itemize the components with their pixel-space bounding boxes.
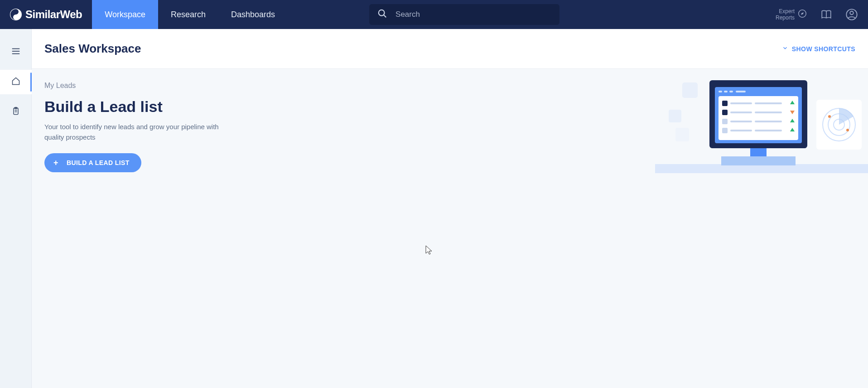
cta-label: BUILD A LEAD LIST	[67, 159, 130, 166]
svg-rect-39	[730, 130, 752, 131]
svg-marker-41	[790, 128, 795, 131]
build-lead-list-button[interactable]: + BUILD A LEAD LIST	[44, 153, 141, 172]
main-nav: Workspace Research Dashboards	[92, 0, 288, 29]
svg-rect-24	[736, 91, 746, 92]
svg-rect-23	[729, 91, 733, 92]
user-avatar-icon[interactable]	[845, 8, 858, 21]
show-shortcuts-button[interactable]: SHOW SHORTCUTS	[782, 45, 855, 53]
compass-icon	[797, 9, 807, 20]
plus-icon: +	[53, 159, 58, 167]
shortcuts-label: SHOW SHORTCUTS	[792, 45, 855, 53]
main-content: Sales Workspace SHOW SHORTCUTS My Leads …	[32, 29, 868, 388]
svg-point-49	[846, 129, 849, 131]
nav-tab-research[interactable]: Research	[158, 0, 218, 29]
svg-point-1	[379, 10, 385, 16]
topbar-right: Expert Reports	[776, 8, 868, 21]
svg-line-2	[384, 15, 386, 18]
mouse-cursor-icon	[425, 245, 434, 257]
svg-rect-22	[724, 91, 728, 92]
svg-rect-18	[675, 128, 689, 141]
home-icon	[11, 77, 20, 87]
content-area: My Leads Build a Lead list Your tool to …	[32, 69, 868, 388]
svg-rect-42	[750, 148, 767, 156]
svg-point-7	[850, 11, 853, 15]
sidebar-item-home[interactable]	[0, 70, 32, 94]
chevron-down-icon	[782, 45, 788, 53]
svg-point-47	[834, 119, 844, 130]
expert-reports-line2: Reports	[776, 15, 795, 21]
svg-rect-34	[722, 119, 728, 124]
svg-rect-38	[722, 128, 728, 133]
hamburger-icon	[11, 46, 21, 58]
page-header: Sales Workspace SHOW SHORTCUTS	[32, 29, 868, 69]
clipboard-icon	[11, 107, 20, 117]
hero-title: Build a Lead list	[44, 98, 855, 116]
svg-marker-37	[790, 119, 795, 122]
brand-logo-icon	[10, 9, 22, 20]
brand-logo[interactable]: SimilarWeb	[0, 8, 92, 21]
nav-tab-label: Dashboards	[231, 10, 275, 19]
svg-rect-15	[655, 164, 868, 173]
nav-tab-label: Research	[171, 10, 206, 19]
svg-marker-4	[801, 13, 804, 15]
nav-tab-label: Workspace	[105, 10, 145, 19]
page-title: Sales Workspace	[44, 42, 141, 56]
sidebar-toggle[interactable]	[0, 40, 32, 64]
svg-point-46	[828, 114, 850, 136]
hero-illustration	[655, 78, 868, 173]
nav-tab-dashboards[interactable]: Dashboards	[218, 0, 288, 29]
brand-name: SimilarWeb	[25, 8, 82, 21]
search-input[interactable]	[395, 10, 551, 19]
svg-rect-36	[755, 121, 782, 122]
nav-tab-workspace[interactable]: Workspace	[92, 0, 158, 29]
expert-reports-button[interactable]: Expert Reports	[776, 8, 807, 21]
sidebar-item-clipboard[interactable]	[0, 100, 32, 124]
search-icon	[377, 9, 387, 20]
svg-rect-40	[755, 130, 782, 131]
hero-description: Your tool to identify new leads and grow…	[44, 122, 235, 142]
topbar: SimilarWeb Workspace Research Dashboards…	[0, 0, 868, 29]
search-box[interactable]	[369, 4, 559, 25]
left-sidebar	[0, 29, 32, 388]
section-label-my-leads: My Leads	[44, 82, 855, 90]
svg-rect-43	[721, 156, 796, 165]
svg-rect-21	[719, 91, 722, 92]
svg-rect-35	[730, 121, 752, 122]
expert-reports-line1: Expert	[776, 8, 795, 15]
book-icon[interactable]	[820, 8, 833, 21]
